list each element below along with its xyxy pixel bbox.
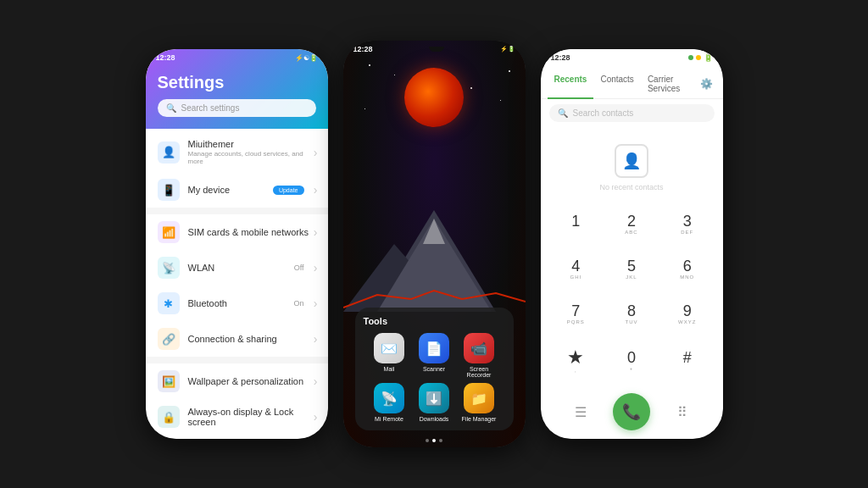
tab-contacts[interactable]: Contacts	[593, 69, 640, 98]
miuithemer-title: Miuithemer	[188, 139, 316, 149]
contact-search-icon: 🔍	[558, 108, 568, 118]
lock-icon: 🔒	[158, 406, 180, 428]
settings-item-display[interactable]: ☀️ Display	[146, 435, 328, 439]
app-mi-remote[interactable]: 📡 Mi Remote	[370, 383, 409, 422]
bluetooth-value: On	[293, 299, 303, 308]
empty-contacts-state: 👤 No recent contacts	[541, 127, 723, 200]
divider-1	[146, 208, 328, 214]
wlan-title: WLAN	[188, 263, 286, 273]
dot-3	[439, 439, 442, 442]
sim-title: SIM cards & mobile networks	[188, 227, 316, 237]
mi-remote-icon: 📡	[374, 383, 404, 413]
notch	[429, 47, 444, 52]
home-content: 12:28 ⚡🔋 Tools ✉️ Mail	[343, 41, 526, 447]
settings-item-sim[interactable]: 📶 SIM cards & mobile networks	[146, 214, 328, 250]
settings-item-my-device[interactable]: 📱 My device Update	[146, 172, 328, 208]
home-status-bar: 12:28 ⚡🔋	[343, 41, 526, 58]
settings-title: Settings	[158, 73, 316, 92]
scanner-label: Scanner	[423, 366, 445, 372]
phone-dialer: 12:28 🔋 Recents Contacts Carrier Service…	[541, 49, 723, 439]
contact-search-placeholder: Search contacts	[573, 108, 634, 118]
status-icons-1: ⚡☯🔋	[295, 54, 318, 62]
search-placeholder: Search settings	[181, 103, 240, 113]
settings-search-bar[interactable]: 🔍 Search settings	[158, 99, 316, 117]
always-on-title: Always-on display & Lock screen	[188, 407, 316, 427]
mail-label: Mail	[384, 366, 395, 372]
tab-carrier-services[interactable]: Carrier Services	[641, 69, 697, 98]
key-star[interactable]: ★ ,	[549, 338, 604, 385]
no-contacts-icon: 👤	[615, 144, 648, 178]
search-icon: 🔍	[166, 103, 176, 113]
settings-item-bluetooth[interactable]: ✱ Bluetooth On	[146, 286, 328, 321]
wlan-value: Off	[294, 263, 304, 272]
key-0[interactable]: 0 +	[604, 338, 659, 385]
dialer-bottom-bar: ☰ 📞 ⠿	[541, 388, 723, 439]
scanner-icon: 📄	[419, 333, 449, 363]
key-8[interactable]: 8 TUV	[604, 293, 659, 336]
folder-title: Tools	[364, 316, 505, 326]
phone-settings: 12:28 ⚡☯🔋 Settings 🔍 Search settings 👤	[146, 49, 328, 439]
my-device-icon: 📱	[158, 179, 180, 201]
key-3[interactable]: 3 DEF	[660, 203, 715, 247]
contact-search-bar[interactable]: 🔍 Search contacts	[549, 104, 715, 122]
key-9[interactable]: 9 WXYZ	[660, 293, 715, 336]
home-status-time: 12:28	[353, 45, 373, 53]
downloads-icon: ⬇️	[419, 383, 449, 413]
key-1[interactable]: 1	[549, 203, 604, 247]
menu-icon[interactable]: ☰	[567, 398, 594, 425]
files-icon: 📁	[464, 383, 494, 413]
connection-icon: 🔗	[158, 328, 180, 350]
home-status-icons: ⚡🔋	[500, 46, 515, 53]
dialpad: 1 2 ABC 3 DEF 4 GHI 5 JKL	[541, 200, 723, 388]
status-time-1: 12:28	[156, 53, 175, 62]
settings-item-wallpaper[interactable]: 🖼️ Wallpaper & personalization	[146, 363, 328, 399]
key-5[interactable]: 5 JKL	[604, 248, 659, 291]
dialer-tab-bar: Recents Contacts Carrier Services ⚙️	[541, 66, 723, 99]
key-2[interactable]: 2 ABC	[604, 203, 659, 247]
app-files[interactable]: 📁 File Manager	[460, 383, 498, 422]
dialer-battery-icon: 🔋	[704, 53, 713, 62]
key-7[interactable]: 7 PQRS	[549, 293, 604, 336]
no-contacts-text: No recent contacts	[599, 183, 663, 191]
wlan-icon: 📡	[158, 257, 180, 279]
recorder-icon: 📹	[464, 333, 494, 363]
app-mail[interactable]: ✉️ Mail	[370, 333, 409, 378]
dialer-status-dot-green	[688, 55, 693, 60]
dialer-status-bar: 12:28 🔋	[541, 49, 723, 66]
phone-home: 12:28 ⚡🔋 Tools ✉️ Mail	[343, 41, 526, 447]
key-4[interactable]: 4 GHI	[549, 248, 604, 291]
settings-item-miuithemer[interactable]: 👤 Miuithemer Manage accounts, cloud serv…	[146, 132, 328, 172]
files-label: File Manager	[462, 416, 497, 422]
update-badge: Update	[273, 186, 304, 195]
downloads-label: Downloads	[420, 416, 449, 422]
app-recorder[interactable]: 📹 Screen Recorder	[460, 333, 498, 378]
dot-2	[432, 439, 436, 442]
miuithemer-icon: 👤	[158, 141, 180, 164]
recorder-label: Screen Recorder	[460, 366, 498, 378]
settings-item-always-on[interactable]: 🔒 Always-on display & Lock screen	[146, 399, 328, 435]
bluetooth-title: Bluetooth	[188, 298, 286, 308]
wallpaper-title: Wallpaper & personalization	[188, 376, 316, 386]
my-device-title: My device	[188, 185, 264, 195]
mail-icon: ✉️	[374, 333, 404, 363]
app-scanner[interactable]: 📄 Scanner	[415, 333, 453, 378]
dot-1	[426, 439, 429, 442]
dialer-status-time: 12:28	[551, 53, 570, 62]
settings-item-connection[interactable]: 🔗 Connection & sharing	[146, 321, 328, 357]
settings-gear-icon[interactable]: ⚙️	[697, 69, 716, 98]
tab-recents[interactable]: Recents	[548, 69, 594, 98]
connection-title: Connection & sharing	[188, 334, 316, 344]
keypad-icon[interactable]: ⠿	[669, 398, 696, 425]
key-6[interactable]: 6 MNO	[660, 248, 715, 291]
dialer-status-dot-yellow	[696, 55, 701, 60]
sim-icon: 📶	[158, 221, 180, 243]
settings-item-wlan[interactable]: 📡 WLAN Off	[146, 250, 328, 286]
miuithemer-sub: Manage accounts, cloud services, and mor…	[188, 150, 316, 165]
app-row-1: ✉️ Mail 📄 Scanner 📹 Screen Recorder	[364, 333, 505, 378]
key-hash[interactable]: #	[660, 338, 715, 385]
app-folder[interactable]: Tools ✉️ Mail 📄 Scanner 📹 S	[355, 308, 514, 430]
bluetooth-icon: ✱	[158, 292, 180, 314]
call-button[interactable]: 📞	[613, 393, 650, 430]
app-downloads[interactable]: ⬇️ Downloads	[415, 383, 453, 422]
wallpaper-icon: 🖼️	[158, 370, 180, 392]
